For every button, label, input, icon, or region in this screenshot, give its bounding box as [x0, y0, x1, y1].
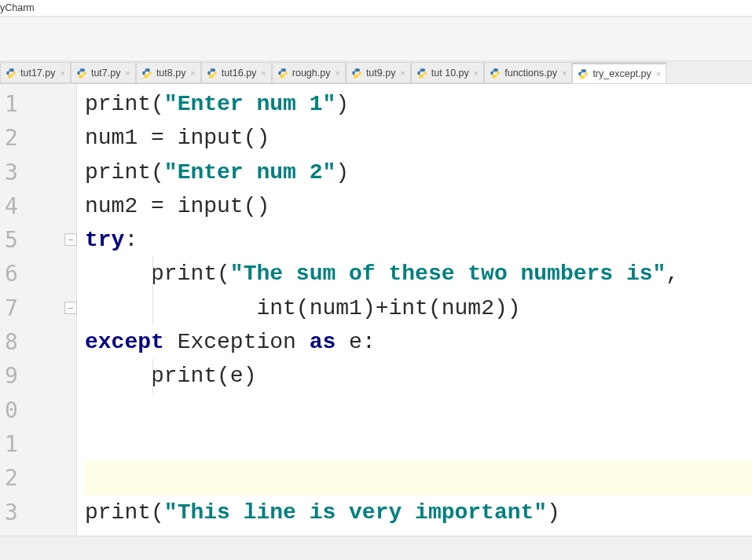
svg-point-17 — [585, 76, 585, 77]
token-id: num1 — [85, 126, 151, 150]
token-id: e — [336, 330, 362, 354]
line-number: 9 — [0, 359, 76, 393]
token-pn: ( — [151, 500, 164, 525]
token-cls: Exception — [178, 330, 296, 354]
token-pn: ) — [336, 92, 349, 116]
tab-tut-10-py[interactable]: tut 10.py× — [411, 62, 484, 83]
token-pn: ) — [494, 296, 508, 320]
svg-point-7 — [213, 75, 214, 76]
token-id: print — [85, 500, 151, 525]
code-line[interactable]: print("Enter num 2") — [85, 156, 752, 189]
indent-guide — [152, 359, 153, 393]
code-area[interactable]: print("Enter num 1")num1 = input()print(… — [77, 84, 752, 536]
token-pn: ) — [244, 364, 257, 388]
fold-toggle-icon[interactable]: − — [64, 233, 77, 246]
close-icon[interactable]: × — [335, 68, 339, 78]
indent — [85, 296, 256, 320]
token-op: = — [151, 126, 164, 150]
close-icon[interactable]: × — [190, 68, 195, 78]
close-icon[interactable]: × — [474, 68, 479, 78]
svg-point-11 — [358, 75, 358, 76]
line-number: 3 — [0, 156, 76, 189]
python-file-icon — [416, 68, 427, 79]
token-id: int — [389, 296, 428, 320]
token-kw: try — [85, 228, 124, 252]
token-pn: ) — [508, 296, 521, 320]
code-line[interactable]: num2 = input() — [85, 189, 752, 223]
token-id: print — [151, 364, 217, 388]
svg-point-4 — [145, 69, 145, 70]
code-line[interactable]: print("This line is very important") — [85, 496, 752, 529]
tab-label: tut17.py — [20, 68, 55, 79]
token-id: print — [151, 262, 217, 286]
code-line[interactable] — [85, 427, 752, 461]
tab-label: rough.py — [292, 68, 331, 79]
token-id: input — [178, 194, 244, 218]
token-id: print — [85, 160, 151, 185]
code-line[interactable] — [85, 461, 752, 495]
close-icon[interactable]: × — [60, 68, 64, 78]
tab-tut7-py[interactable]: tut7.py× — [71, 62, 136, 83]
token-str: "Enter num 2" — [164, 160, 336, 185]
token-id: num2 — [85, 194, 151, 218]
tab-tut16-py[interactable]: tut16.py× — [201, 62, 272, 83]
status-strip — [0, 536, 752, 560]
tab-tut8-py[interactable]: tut8.py× — [136, 62, 201, 83]
token-pn: ) — [547, 500, 560, 525]
token-pn: ( — [217, 364, 230, 388]
token-id — [164, 126, 178, 150]
svg-point-9 — [284, 75, 284, 76]
token-pn: () — [244, 194, 270, 218]
python-file-icon — [490, 68, 501, 79]
tab-functions-py[interactable]: functions.py× — [484, 62, 572, 83]
svg-point-2 — [79, 69, 80, 70]
close-icon[interactable]: × — [125, 68, 130, 78]
code-line[interactable]: num1 = input() — [85, 121, 752, 155]
svg-point-10 — [354, 69, 355, 70]
close-icon[interactable]: × — [562, 68, 567, 78]
token-pn: ( — [428, 296, 442, 320]
token-kw: as — [310, 330, 336, 354]
tab-rough-py[interactable]: rough.py× — [272, 62, 346, 83]
code-line[interactable]: except Exception as e: — [85, 325, 752, 359]
token-id: num1 — [310, 296, 362, 320]
line-number: 8 — [0, 325, 76, 359]
line-number: 4 — [0, 189, 76, 223]
tab-label: tut9.py — [366, 68, 396, 79]
code-line[interactable]: int(num1)+int(num2)) — [85, 291, 752, 325]
code-line[interactable] — [85, 393, 752, 427]
svg-point-15 — [497, 75, 497, 76]
token-pn: , — [666, 262, 679, 286]
python-file-icon — [578, 68, 589, 79]
close-icon[interactable]: × — [261, 68, 266, 78]
svg-point-5 — [149, 75, 149, 76]
line-number: 1 — [0, 427, 76, 461]
token-pn: : — [362, 330, 376, 354]
code-line[interactable]: print("The sum of these two numbers is", — [85, 257, 752, 291]
close-icon[interactable]: × — [656, 69, 661, 79]
code-line[interactable]: try: — [85, 223, 752, 257]
token-id — [164, 330, 178, 354]
indent — [85, 364, 151, 388]
fold-toggle-icon[interactable]: − — [64, 302, 77, 314]
svg-point-1 — [13, 75, 13, 76]
token-op: = — [151, 194, 164, 218]
indent-guide — [152, 257, 153, 291]
token-str: "Enter num 1" — [164, 92, 336, 116]
line-number: 3 — [0, 496, 76, 529]
line-number: 6 — [0, 257, 76, 291]
token-id: int — [256, 296, 295, 320]
editor: 12345−67−890123 print("Enter num 1")num1… — [0, 84, 752, 536]
token-pn: ( — [151, 92, 164, 116]
svg-point-13 — [423, 75, 424, 76]
code-line[interactable]: print(e) — [85, 359, 752, 393]
close-icon[interactable]: × — [400, 68, 405, 78]
python-file-icon — [6, 68, 17, 79]
python-file-icon — [351, 68, 362, 79]
tab-tut9-py[interactable]: tut9.py× — [346, 62, 411, 83]
tab-tut17-py[interactable]: tut17.py× — [0, 62, 71, 83]
code-line[interactable]: print("Enter num 1") — [85, 87, 752, 121]
line-number: 1 — [0, 87, 76, 121]
tab-try-except-py[interactable]: try_except.py× — [572, 62, 666, 83]
python-file-icon — [207, 68, 218, 79]
